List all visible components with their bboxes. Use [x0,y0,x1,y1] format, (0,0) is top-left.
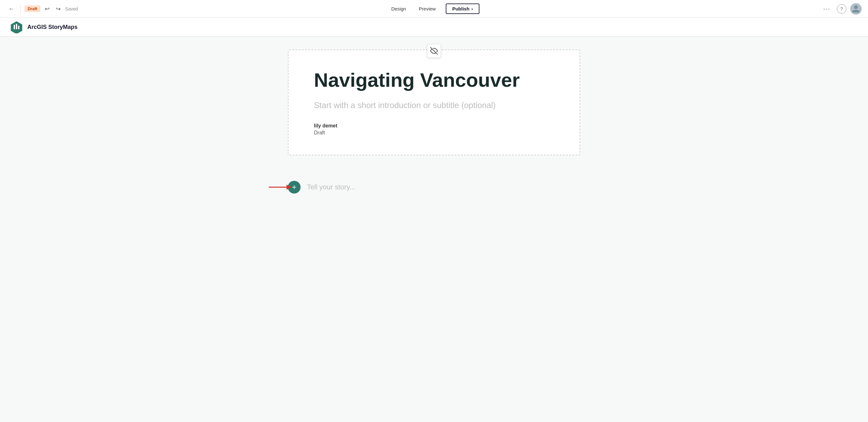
arrow-icon [269,182,294,192]
toolbar-right: ··· ? [578,3,862,14]
toolbar-left: ← Draft ↩ ↪ Saved [6,4,290,14]
redo-button[interactable]: ↪ [54,4,63,14]
main-content: Navigating Vancouver Start with a short … [281,37,587,213]
svg-rect-1 [14,25,15,29]
story-input-row: + Tell your story... [288,175,580,200]
svg-rect-3 [18,26,20,29]
story-placeholder[interactable]: Tell your story... [307,183,355,191]
avatar[interactable] [850,3,862,14]
publish-button[interactable]: Publish › [446,3,479,14]
eye-slash-icon [430,47,438,55]
brand-name: ArcGIS StoryMaps [27,24,78,31]
toolbar-divider [20,4,21,13]
more-options-button[interactable]: ··· [821,4,833,14]
cover-author[interactable]: lily demet [314,123,554,129]
svg-rect-2 [16,24,17,29]
undo-button[interactable]: ↩ [43,4,52,14]
cover-title[interactable]: Navigating Vancouver [314,69,554,91]
draft-badge: Draft [25,5,40,12]
back-button[interactable]: ← [6,4,17,14]
toolbar-center: Design Preview Publish › [292,3,576,14]
preview-nav-button[interactable]: Preview [416,5,438,13]
avatar-icon [851,4,860,13]
cover-status-text: Draft [314,130,554,136]
brand-bar: ArcGIS StoryMaps [0,18,868,37]
brand-logo-icon [10,21,23,33]
toolbar: ← Draft ↩ ↪ Saved Design Preview Publish… [0,0,868,18]
help-button[interactable]: ? [837,4,846,14]
publish-label: Publish [452,6,469,11]
saved-status: Saved [65,6,78,11]
cover-subtitle-placeholder[interactable]: Start with a short introduction or subti… [314,100,554,110]
design-nav-button[interactable]: Design [389,5,409,13]
svg-marker-6 [286,185,292,190]
cover-block[interactable]: Navigating Vancouver Start with a short … [288,50,580,155]
publish-arrow-icon: › [471,6,473,11]
cover-eye-button[interactable] [427,44,441,58]
arrow-indicator [269,182,294,192]
